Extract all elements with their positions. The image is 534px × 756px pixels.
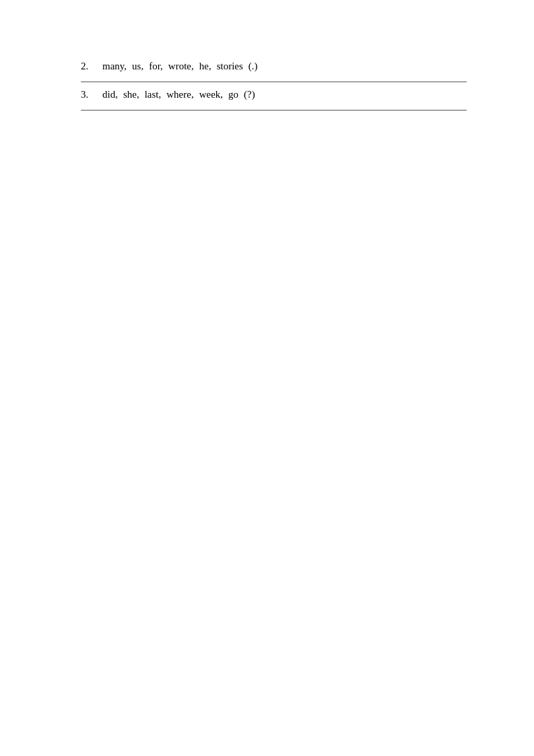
word-3-0: did, [102,89,118,100]
word-3-4: week, [199,89,223,100]
exercise-row-2: 2. many, us, for, wrote, he, stories (.) [81,54,467,82]
exercise-item-3: 3. did, she, last, where, week, go (?) [81,82,467,111]
word-2-1: us, [132,61,143,72]
page: 2. many, us, for, wrote, he, stories (.)… [0,0,534,756]
item-number-2: 2. [81,61,100,72]
exercise-item-2: 2. many, us, for, wrote, he, stories (.) [81,54,467,82]
exercise-row-3: 3. did, she, last, where, week, go (?) [81,82,467,110]
word-3-1: she, [123,89,139,100]
word-2-3: wrote, [168,61,194,72]
word-2-4: he, [199,61,211,72]
word-2-6: (.) [248,61,258,72]
word-3-2: last, [145,89,162,100]
word-3-3: where, [166,89,193,100]
word-2-2: for, [149,61,163,72]
divider-3 [81,110,467,111]
word-2-0: many, [102,61,127,72]
item-number-3: 3. [81,89,100,100]
word-2-5: stories [217,61,243,72]
word-3-6: (?) [244,89,255,100]
word-3-5: go [228,89,238,100]
